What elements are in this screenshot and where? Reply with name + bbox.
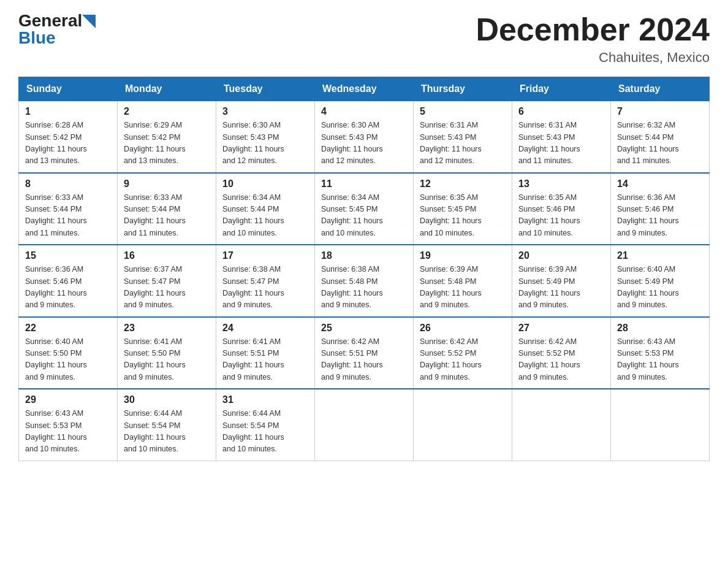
calendar-day-18: 18Sunrise: 6:38 AMSunset: 5:48 PMDayligh…: [315, 245, 414, 317]
day-number: 16: [124, 250, 210, 261]
day-info: Sunrise: 6:29 AMSunset: 5:42 PMDaylight:…: [124, 120, 210, 167]
day-number: 3: [222, 106, 308, 117]
day-info: Sunrise: 6:41 AMSunset: 5:50 PMDaylight:…: [124, 336, 210, 384]
empty-cell: [315, 389, 414, 461]
day-info: Sunrise: 6:34 AMSunset: 5:44 PMDaylight:…: [222, 192, 308, 240]
calendar-week-1: 1Sunrise: 6:28 AMSunset: 5:42 PMDaylight…: [19, 101, 710, 173]
calendar-day-19: 19Sunrise: 6:39 AMSunset: 5:48 PMDayligh…: [414, 245, 512, 317]
day-info: Sunrise: 6:34 AMSunset: 5:45 PMDaylight:…: [321, 192, 407, 240]
calendar-day-31: 31Sunrise: 6:44 AMSunset: 5:54 PMDayligh…: [216, 389, 315, 461]
day-number: 8: [25, 178, 111, 190]
calendar-day-15: 15Sunrise: 6:36 AMSunset: 5:46 PMDayligh…: [19, 245, 118, 317]
day-number: 23: [124, 323, 210, 334]
day-info: Sunrise: 6:42 AMSunset: 5:52 PMDaylight:…: [420, 336, 506, 384]
day-info: Sunrise: 6:32 AMSunset: 5:44 PMDaylight:…: [617, 120, 703, 167]
day-info: Sunrise: 6:42 AMSunset: 5:51 PMDaylight:…: [321, 336, 407, 384]
day-info: Sunrise: 6:31 AMSunset: 5:43 PMDaylight:…: [420, 120, 506, 167]
calendar-day-11: 11Sunrise: 6:34 AMSunset: 5:45 PMDayligh…: [315, 173, 414, 245]
day-info: Sunrise: 6:36 AMSunset: 5:46 PMDaylight:…: [25, 264, 111, 312]
day-info: Sunrise: 6:40 AMSunset: 5:49 PMDaylight:…: [617, 264, 703, 312]
calendar-day-3: 3Sunrise: 6:30 AMSunset: 5:43 PMDaylight…: [216, 101, 315, 173]
logo-general-text: General: [18, 12, 82, 29]
weekday-header-saturday: Saturday: [611, 77, 710, 101]
calendar-week-5: 29Sunrise: 6:43 AMSunset: 5:53 PMDayligh…: [19, 389, 710, 461]
day-info: Sunrise: 6:38 AMSunset: 5:47 PMDaylight:…: [222, 264, 308, 312]
calendar-day-21: 21Sunrise: 6:40 AMSunset: 5:49 PMDayligh…: [611, 245, 710, 317]
calendar-day-30: 30Sunrise: 6:44 AMSunset: 5:54 PMDayligh…: [118, 389, 216, 461]
calendar-week-2: 8Sunrise: 6:33 AMSunset: 5:44 PMDaylight…: [19, 173, 710, 245]
calendar-day-16: 16Sunrise: 6:37 AMSunset: 5:47 PMDayligh…: [118, 245, 216, 317]
calendar-table: SundayMondayTuesdayWednesdayThursdayFrid…: [18, 77, 710, 461]
weekday-header-thursday: Thursday: [414, 77, 512, 101]
day-number: 14: [617, 178, 703, 190]
day-number: 22: [25, 323, 111, 334]
day-number: 17: [222, 250, 308, 261]
day-number: 1: [25, 106, 111, 117]
day-info: Sunrise: 6:36 AMSunset: 5:46 PMDaylight:…: [617, 192, 703, 240]
day-number: 2: [124, 106, 210, 117]
day-info: Sunrise: 6:31 AMSunset: 5:43 PMDaylight:…: [518, 120, 604, 167]
calendar-day-13: 13Sunrise: 6:35 AMSunset: 5:46 PMDayligh…: [512, 173, 611, 245]
day-info: Sunrise: 6:44 AMSunset: 5:54 PMDaylight:…: [124, 408, 210, 456]
calendar-day-20: 20Sunrise: 6:39 AMSunset: 5:49 PMDayligh…: [512, 245, 611, 317]
calendar-day-28: 28Sunrise: 6:43 AMSunset: 5:53 PMDayligh…: [611, 317, 710, 389]
page-header: General Blue December 2024 Chahuites, Me…: [18, 12, 710, 66]
day-number: 29: [25, 394, 111, 405]
calendar-day-14: 14Sunrise: 6:36 AMSunset: 5:46 PMDayligh…: [611, 173, 710, 245]
day-info: Sunrise: 6:37 AMSunset: 5:47 PMDaylight:…: [124, 264, 210, 312]
calendar-day-29: 29Sunrise: 6:43 AMSunset: 5:53 PMDayligh…: [19, 389, 118, 461]
calendar-day-5: 5Sunrise: 6:31 AMSunset: 5:43 PMDaylight…: [414, 101, 512, 173]
calendar-day-6: 6Sunrise: 6:31 AMSunset: 5:43 PMDaylight…: [512, 101, 611, 173]
day-info: Sunrise: 6:44 AMSunset: 5:54 PMDaylight:…: [222, 408, 308, 456]
day-number: 21: [617, 250, 703, 261]
calendar-day-9: 9Sunrise: 6:33 AMSunset: 5:44 PMDaylight…: [118, 173, 216, 245]
day-number: 31: [222, 394, 308, 405]
day-info: Sunrise: 6:30 AMSunset: 5:43 PMDaylight:…: [222, 120, 308, 167]
day-number: 12: [420, 178, 506, 190]
logo-triangle-icon: [82, 15, 96, 29]
day-number: 11: [321, 178, 407, 190]
day-info: Sunrise: 6:30 AMSunset: 5:43 PMDaylight:…: [321, 120, 407, 167]
day-info: Sunrise: 6:40 AMSunset: 5:50 PMDaylight:…: [25, 336, 111, 384]
day-info: Sunrise: 6:33 AMSunset: 5:44 PMDaylight:…: [124, 192, 210, 240]
calendar-day-24: 24Sunrise: 6:41 AMSunset: 5:51 PMDayligh…: [216, 317, 315, 389]
day-number: 27: [518, 323, 604, 334]
calendar-week-4: 22Sunrise: 6:40 AMSunset: 5:50 PMDayligh…: [19, 317, 710, 389]
calendar-day-26: 26Sunrise: 6:42 AMSunset: 5:52 PMDayligh…: [414, 317, 512, 389]
calendar-week-3: 15Sunrise: 6:36 AMSunset: 5:46 PMDayligh…: [19, 245, 710, 317]
day-info: Sunrise: 6:38 AMSunset: 5:48 PMDaylight:…: [321, 264, 407, 312]
empty-cell: [512, 389, 611, 461]
calendar-day-2: 2Sunrise: 6:29 AMSunset: 5:42 PMDaylight…: [118, 101, 216, 173]
day-info: Sunrise: 6:42 AMSunset: 5:52 PMDaylight:…: [518, 336, 604, 384]
title-block: December 2024 Chahuites, Mexico: [476, 12, 710, 66]
day-number: 30: [124, 394, 210, 405]
calendar-day-1: 1Sunrise: 6:28 AMSunset: 5:42 PMDaylight…: [19, 101, 118, 173]
calendar-day-12: 12Sunrise: 6:35 AMSunset: 5:45 PMDayligh…: [414, 173, 512, 245]
day-number: 26: [420, 323, 506, 334]
day-number: 7: [617, 106, 703, 117]
day-number: 13: [518, 178, 604, 190]
day-number: 6: [518, 106, 604, 117]
day-info: Sunrise: 6:43 AMSunset: 5:53 PMDaylight:…: [25, 408, 111, 456]
calendar-day-25: 25Sunrise: 6:42 AMSunset: 5:51 PMDayligh…: [315, 317, 414, 389]
weekday-header-row: SundayMondayTuesdayWednesdayThursdayFrid…: [19, 77, 710, 101]
weekday-header-monday: Monday: [118, 77, 216, 101]
empty-cell: [611, 389, 710, 461]
day-number: 10: [222, 178, 308, 190]
logo: General Blue: [18, 12, 96, 47]
calendar-day-17: 17Sunrise: 6:38 AMSunset: 5:47 PMDayligh…: [216, 245, 315, 317]
calendar-body: 1Sunrise: 6:28 AMSunset: 5:42 PMDaylight…: [19, 101, 710, 461]
day-number: 9: [124, 178, 210, 190]
calendar-subtitle: Chahuites, Mexico: [476, 50, 710, 66]
day-number: 19: [420, 250, 506, 261]
calendar-day-27: 27Sunrise: 6:42 AMSunset: 5:52 PMDayligh…: [512, 317, 611, 389]
day-info: Sunrise: 6:28 AMSunset: 5:42 PMDaylight:…: [25, 120, 111, 167]
day-number: 15: [25, 250, 111, 261]
weekday-header-friday: Friday: [512, 77, 611, 101]
day-info: Sunrise: 6:43 AMSunset: 5:53 PMDaylight:…: [617, 336, 703, 384]
day-info: Sunrise: 6:35 AMSunset: 5:46 PMDaylight:…: [518, 192, 604, 240]
calendar-day-10: 10Sunrise: 6:34 AMSunset: 5:44 PMDayligh…: [216, 173, 315, 245]
weekday-header-sunday: Sunday: [19, 77, 118, 101]
day-info: Sunrise: 6:41 AMSunset: 5:51 PMDaylight:…: [222, 336, 308, 384]
day-number: 28: [617, 323, 703, 334]
